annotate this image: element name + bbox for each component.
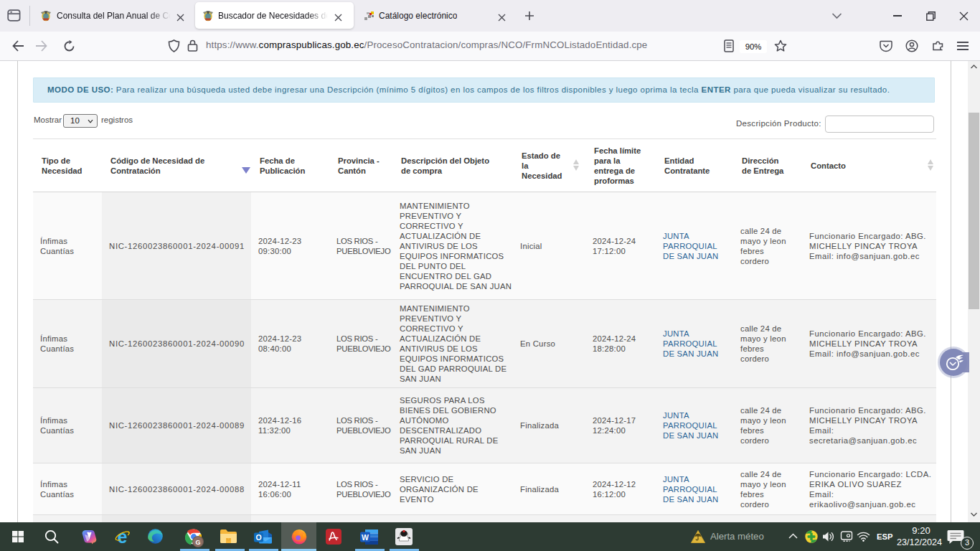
svg-text:e: e [118, 528, 128, 546]
svg-text:W: W [362, 533, 369, 542]
svg-text:O: O [255, 533, 261, 542]
